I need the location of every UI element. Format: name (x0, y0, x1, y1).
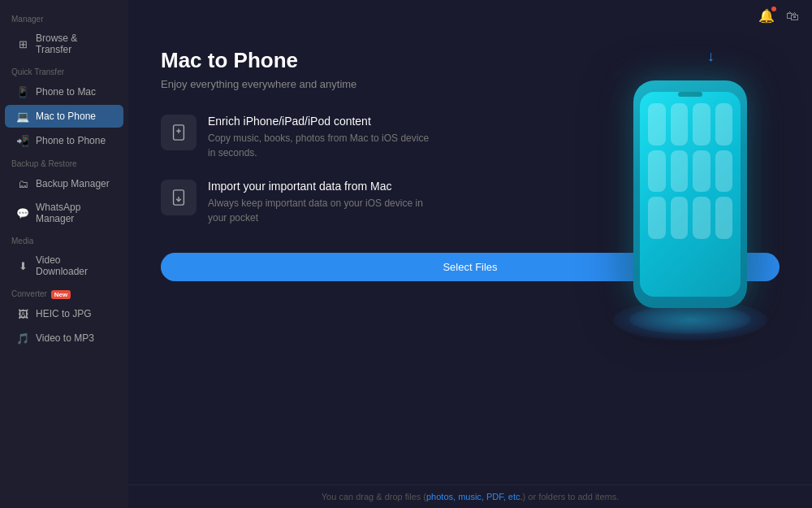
app-icon-8 (715, 150, 733, 193)
feature-1-text: Enrich iPhone/iPad/iPod content Copy mus… (208, 115, 435, 160)
bottom-bar: You can drag & drop files (photos, music… (128, 484, 812, 508)
app-icon-3 (693, 103, 710, 145)
app-icon-4 (715, 103, 733, 145)
sidebar-item-backup-manager[interactable]: 🗂 Backup Manager (5, 172, 123, 195)
top-bar: 🔔 🛍 (128, 0, 812, 32)
sidebar-item-label: Browse & Transfer (36, 33, 112, 55)
bottom-text: You can drag & drop files (photos, music… (322, 492, 619, 501)
sidebar-item-phone-to-mac[interactable]: 📱 Phone to Mac (5, 80, 123, 103)
sidebar-item-label: Phone to Mac (36, 86, 96, 98)
mac-to-phone-icon: 💻 (16, 110, 29, 123)
converter-section-label: Converter New (0, 283, 128, 302)
sidebar-item-label: Mac to Phone (36, 111, 96, 122)
sidebar-item-video-downloader[interactable]: ⬇ Video Downloader (5, 250, 123, 282)
sidebar: Manager ⊞ Browse & Transfer Quick Transf… (0, 0, 128, 508)
sidebar-item-label: WhatsApp Manager (36, 202, 112, 224)
sidebar-item-mac-to-phone[interactable]: 💻 Mac to Phone (5, 105, 123, 128)
content-area: Mac to Phone Enjoy everything everywhere… (128, 32, 812, 484)
phone-to-phone-icon: 📲 (16, 134, 29, 147)
notification-icon[interactable]: 🔔 (758, 8, 775, 24)
app-icon-12 (715, 197, 733, 239)
feature-1-icon (161, 115, 197, 150)
sidebar-item-label: HEIC to JPG (36, 308, 92, 319)
quick-transfer-section-label: Quick Transfer (0, 61, 128, 80)
app-icon-2 (671, 103, 689, 145)
video-mp3-icon: 🎵 (16, 332, 29, 345)
app-icon-7 (693, 150, 710, 193)
app-icon-10 (671, 197, 689, 239)
main-content: 🔔 🛍 Mac to Phone Enjoy everything everyw… (128, 0, 812, 508)
new-badge: New (51, 290, 71, 299)
arrow-down-icon: ↓ (707, 48, 715, 65)
sidebar-item-label: Backup Manager (36, 178, 110, 189)
media-section-label: Media (0, 230, 128, 249)
phone-notch (678, 92, 702, 97)
heic-icon: 🖼 (16, 307, 29, 320)
bottom-link[interactable]: photos, music, PDF, etc. (426, 492, 523, 501)
phone-screen (640, 92, 741, 297)
app-icon-9 (648, 197, 666, 239)
phone-body (633, 80, 747, 308)
whatsapp-icon: 💬 (16, 206, 29, 219)
app-icon-5 (648, 150, 666, 193)
feature-2-text: Import your important data from Mac Alwa… (208, 180, 435, 225)
phone-to-mac-icon: 📱 (16, 85, 29, 98)
feature-1-title: Enrich iPhone/iPad/iPod content (208, 115, 435, 128)
feature-2-title: Import your important data from Mac (208, 180, 435, 193)
browse-transfer-icon: ⊞ (16, 37, 29, 50)
sidebar-item-whatsapp-manager[interactable]: 💬 WhatsApp Manager (5, 197, 123, 229)
sidebar-item-browse-transfer[interactable]: ⊞ Browse & Transfer (5, 28, 123, 60)
sidebar-item-label: Video to MP3 (36, 332, 94, 344)
backup-section-label: Backup & Restore (0, 153, 128, 172)
sidebar-item-phone-to-phone[interactable]: 📲 Phone to Phone (5, 129, 123, 152)
app-icon-6 (671, 150, 689, 193)
manager-section-label: Manager (0, 8, 128, 27)
app-icon-1 (648, 103, 666, 145)
sidebar-item-video-to-mp3[interactable]: 🎵 Video to MP3 (5, 327, 123, 350)
sidebar-item-heic-to-jpg[interactable]: 🖼 HEIC to JPG (5, 302, 123, 325)
app-icon-11 (693, 197, 710, 239)
sidebar-item-label: Video Downloader (36, 254, 112, 277)
backup-manager-icon: 🗂 (16, 177, 29, 190)
feature-2-icon (161, 180, 197, 215)
feature-1-desc: Copy music, books, photos from Mac to iO… (208, 131, 435, 160)
page-title: Mac to Phone (161, 48, 780, 73)
video-downloader-icon: ⬇ (16, 259, 29, 272)
bell-icon[interactable]: 🛍 (786, 9, 799, 24)
sidebar-item-label: Phone to Phone (36, 135, 106, 146)
feature-2-desc: Always keep important data on your iOS d… (208, 196, 435, 225)
